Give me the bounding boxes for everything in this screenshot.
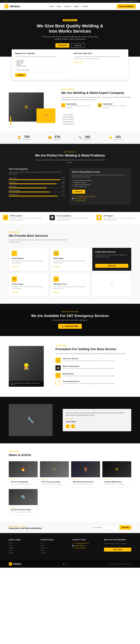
footer-contact-info: Contact Info 📍 6 Trust Paradise No.145 📧…: [72, 539, 100, 554]
all-services-button[interactable]: All Services: [95, 264, 128, 268]
dot-2[interactable]: [65, 564, 66, 564]
guarantee-text: 100% Guarantee Lorem ipsum dolor sit ame…: [10, 215, 44, 221]
get-started-button[interactable]: Get Started: [55, 43, 69, 48]
why-content: This Is Our Expertise Lorem ipsum dolor …: [9, 168, 131, 205]
subscribe-button[interactable]: Subscribe: [119, 525, 131, 530]
stat-projects: 🏆 753 Projects Done: [17, 135, 31, 140]
step-icon-2: 📅: [55, 365, 61, 370]
time-read-more[interactable]: Read More: [12, 292, 18, 293]
nav-contact[interactable]: Contact: [82, 6, 88, 8]
service-item: Metal Works: [15, 62, 67, 64]
email-icon: 📧: [72, 545, 74, 546]
news-card-1[interactable]: 🔥 March 2024 Tips How To Engineering Lor…: [9, 461, 38, 487]
ready-item: Friendly To Serve Customers: [72, 184, 128, 185]
support-desc: Lorem ipsum dolor sit amet, consectetur …: [103, 217, 137, 221]
linkedin-icon[interactable]: in: [6, 0, 7, 2]
footer-dots[interactable]: [63, 564, 68, 564]
skill-pct: 92%: [62, 178, 65, 179]
ready-title: We Are Always Ready To Serve: [72, 171, 128, 173]
procedure-section: 👷 Get A Free Estimate Or Schedule An App…: [0, 336, 140, 397]
phone-text: +1(415) 457 3682: [75, 547, 85, 549]
nav-services[interactable]: Services: [64, 6, 71, 8]
quick-link-contact[interactable]: Contact: [9, 552, 36, 554]
nav-home[interactable]: Home: [49, 6, 54, 8]
news-card-5[interactable]: 🔩 April 2024 FIt Joins Two Pieces Of Met…: [9, 489, 38, 514]
footer-other-pages: Other Pages FAQ Team Testimonial Project…: [41, 539, 68, 554]
dot-3[interactable]: [67, 564, 68, 564]
step-text-1: Select Your Services Lorem ipsum dolor s…: [63, 358, 115, 362]
about-list-item: Iron Works Services: [61, 123, 131, 125]
news-headline-4: Creating A Metal Product: [104, 481, 129, 483]
ready-contact-button[interactable]: Contact Us: [72, 190, 85, 194]
services-tag: Our Services: [9, 231, 131, 233]
facebook-icon[interactable]: f: [3, 0, 3, 2]
quote-title: Request For A Quotes: [15, 52, 67, 54]
step-payment: 💳 Make Payment Lorem ipsum dolor sit ame…: [55, 373, 131, 378]
about-image-area: ⚙ 🔥: [9, 92, 55, 122]
other-testimonial[interactable]: Testimonial: [41, 547, 68, 549]
social-icons[interactable]: f t in: [3, 0, 7, 2]
news-card-4[interactable]: ⚙ March 2024 Creating A Metal Product Lo…: [102, 461, 131, 487]
request-button[interactable]: Request: [15, 73, 26, 77]
help-contact-link[interactable]: Contact Info: [74, 62, 82, 63]
next-arrow[interactable]: ›: [71, 424, 75, 428]
news-desc-2: Lorem ipsum dolor sit amet consectetur.: [42, 484, 67, 485]
other-project[interactable]: Project: [41, 550, 68, 551]
services-grid: ⚡ Strong Welding Lorem ipsum dolor sit a…: [9, 248, 131, 296]
other-team[interactable]: Team: [41, 545, 68, 546]
service-item: Engineering: [15, 61, 67, 62]
time-icon: ⏱: [12, 276, 17, 282]
footer-address: 📍 6 Trust Paradise No.145: [72, 543, 100, 544]
quick-link-services[interactable]: Services: [9, 547, 36, 549]
welding-read-more[interactable]: Read More: [12, 266, 18, 268]
news-card-3[interactable]: 🚪 March 2024 Manufacturing The Steel Doo…: [71, 461, 100, 487]
skill-pct: 87%: [62, 194, 65, 195]
price-read-more[interactable]: Read More: [54, 292, 60, 293]
other-pages-title: Other Pages: [41, 539, 68, 540]
call-button[interactable]: 📞 +1(415) 467 3682: [58, 324, 82, 329]
quote-services-list: Lorem Cutting Engineering Metal Works We…: [15, 60, 67, 67]
service-metal: 🔩 Metal Quality Lorem ipsum dolor sit am…: [51, 248, 90, 271]
emergency-section: We're Ready Anytime We Are Available For…: [0, 304, 140, 336]
footer: Quick Links Home About Us Services Blog …: [0, 533, 140, 560]
metal-read-more[interactable]: Read More: [54, 266, 60, 268]
news-card-2[interactable]: ✂ March 2024 How To Easy Liner Cutting L…: [40, 461, 69, 487]
contact-address: 📍6 Trust Paradise No.145, Dhanauar: [72, 196, 128, 197]
stat-clients: 😊 579 Happy Clients: [48, 135, 62, 140]
prev-arrow[interactable]: ‹: [66, 424, 70, 428]
stat-num-awards: 342: [84, 135, 91, 139]
support-icon: 🕐: [96, 215, 102, 220]
email-input[interactable]: [89, 525, 118, 530]
hero-buttons: Get Started Contact Us: [55, 43, 85, 48]
deadline-text: Strict Deadline Lorem ipsum dolor sit am…: [67, 103, 95, 112]
other-faq[interactable]: FAQ: [41, 543, 68, 544]
price-title: Affordable Prices: [54, 283, 87, 285]
procedure-content: How It Works Procedure For Getting Our B…: [55, 345, 131, 388]
consultation-button[interactable]: Get Consultation: [117, 4, 136, 8]
deadline-icon: 🏆: [61, 103, 65, 107]
logo[interactable]: ⚙ Weldery: [4, 4, 20, 8]
news-body-1: March 2024 Tips How To Engineering Lorem…: [9, 477, 38, 487]
service-item: Welding: [15, 64, 67, 65]
dot-1[interactable]: [63, 564, 64, 564]
service-placeholder: ⚙: [92, 274, 131, 296]
twitter-icon[interactable]: t: [5, 0, 5, 2]
nav-about[interactable]: About: [57, 6, 61, 8]
quick-link-blog[interactable]: Blog: [9, 550, 36, 551]
contact-us-button[interactable]: Contact Us: [71, 43, 84, 48]
stat-num-clients: 579: [53, 135, 62, 139]
price-icon: 💰: [54, 276, 59, 282]
appointment-title: Make an Appointment: [104, 539, 131, 540]
stat-label-team: Team Members: [114, 139, 123, 140]
nav-pages[interactable]: Pages: [74, 6, 79, 8]
call-today-button[interactable]: Call In Today: [104, 548, 131, 552]
step-desc-3: Lorem ipsum dolor sit amet, consectetur …: [63, 375, 115, 377]
staff-text: Talented Staff Lorem ipsum dolor sit ame…: [103, 103, 131, 112]
quick-link-about[interactable]: About Us: [9, 545, 36, 546]
guarantee-icon: ✔: [3, 215, 8, 220]
other-404[interactable]: 404 Page: [41, 552, 68, 554]
phone-input[interactable]: [15, 68, 67, 72]
news-body-3: March 2024 Manufacturing The Steel Door …: [71, 477, 100, 487]
quick-link-home[interactable]: Home: [9, 543, 36, 544]
stats-bar: 🏆 753 Projects Done 😊 579 Happy Clients …: [0, 131, 140, 144]
